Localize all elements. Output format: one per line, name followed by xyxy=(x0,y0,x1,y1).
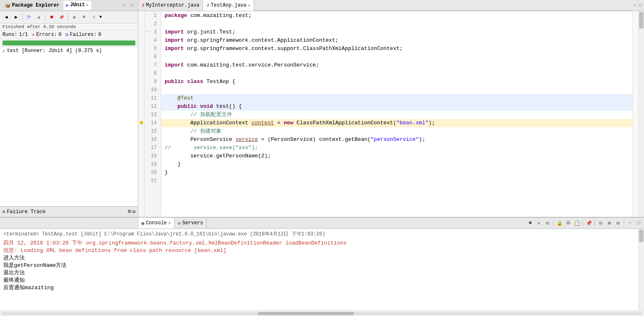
scrollbar-thumb[interactable] xyxy=(639,12,644,29)
ln-7: 7 xyxy=(145,61,159,69)
java-file-icon-1: J xyxy=(142,3,144,8)
code-line-4-rest: org.springframework.context.ApplicationC… xyxy=(184,36,338,45)
rerun-btn[interactable]: ⟳ xyxy=(24,13,33,22)
console-stop-btn[interactable]: ■ xyxy=(526,219,534,227)
failures-value: 0 xyxy=(98,32,101,38)
code-line-1-rest: com.mazaiting.test; xyxy=(187,12,252,20)
code-line-9-rest: TestAop { xyxy=(203,78,236,86)
console-clear-btn[interactable]: ⊡ xyxy=(544,219,551,227)
console-hscroll[interactable] xyxy=(0,310,644,316)
sort-btn[interactable]: ↕ xyxy=(90,13,99,22)
editor-tabs: J MyInterceptor.java J TestAop.java ✕ − … xyxy=(138,0,644,11)
code-line-11: @Test xyxy=(161,94,632,102)
editor-minimize-icon[interactable]: − xyxy=(633,3,637,8)
editor-maximize-icon[interactable]: □ xyxy=(638,3,642,8)
maximize-btn[interactable]: □ xyxy=(129,2,135,9)
console-tab-close-icon[interactable]: ✕ xyxy=(168,221,171,226)
console-scrollbar[interactable] xyxy=(638,229,644,310)
ln-21: 21 xyxy=(145,177,159,185)
errors-stat: ✕ Errors: 0 xyxy=(32,32,62,38)
tab-testaop[interactable]: J TestAop.java ✕ xyxy=(203,0,254,11)
console-close-btn[interactable]: ✕ xyxy=(535,219,543,227)
code-line-14-before: ApplicationContext xyxy=(165,119,252,127)
runs-label: Runs: xyxy=(2,32,17,38)
gutter-8 xyxy=(138,69,144,77)
code-line-5: import org.springframework.context.suppo… xyxy=(161,45,632,53)
str-personservice: "personService" xyxy=(370,135,419,144)
code-line-10 xyxy=(161,86,632,94)
console-maximize-btn[interactable]: □ xyxy=(635,219,642,227)
package-explorer-tab[interactable]: 📦 Package Explorer xyxy=(2,1,62,10)
ln-19: 19 xyxy=(145,160,159,169)
hscroll-track[interactable] xyxy=(2,312,642,315)
console-layout2-btn[interactable]: ⊞ xyxy=(606,219,613,227)
tab-testaop-close-icon[interactable]: ✕ xyxy=(248,3,250,8)
minimize-btn[interactable]: − xyxy=(121,2,127,9)
failure-trace-filter-icon[interactable]: ⊟ xyxy=(132,209,135,214)
stop-btn[interactable]: ■ xyxy=(47,13,56,22)
gutter-3 xyxy=(138,28,144,36)
layout-btn[interactable]: ≡ xyxy=(80,13,89,22)
code-line-14: ApplicationContext context = new ClassPa… xyxy=(161,119,632,127)
history-dropdown[interactable]: ▼ xyxy=(99,15,102,19)
console-pin-btn[interactable]: 📌 xyxy=(585,219,592,227)
console-paste-btn[interactable]: 📋 xyxy=(573,219,580,227)
bottom-tabs: ▣ Console ✕ ⚙ Servers ■ ✕ ⊡ 🔒 ⧉ 📋 📌 xyxy=(0,218,644,229)
failure-trace-controls: ⧉ ⊟ xyxy=(128,209,135,214)
failures-label: Failures: xyxy=(70,32,97,38)
console-output-wrapper: <terminated> TestAop.test [JUnit] C:\Pro… xyxy=(0,229,644,310)
code-scrollbar[interactable] xyxy=(638,11,644,217)
failure-trace-label: Failure Trace xyxy=(7,209,46,215)
filter-btn[interactable]: ⊘ xyxy=(70,13,79,22)
code-line-3: import org.junit.Test; xyxy=(161,28,632,36)
console-tab-label: Console xyxy=(146,220,167,226)
progress-bar xyxy=(2,40,135,45)
code-line-8 xyxy=(161,69,632,78)
ln-15: 15 xyxy=(145,127,159,135)
console-line-2: 信息: Loading XML bean definitions from cl… xyxy=(3,247,635,254)
kw-import-4: import xyxy=(165,61,184,69)
left-panel: 📦 Package Explorer ▶ JUnit ✕ − □ xyxy=(0,0,138,217)
code-line-15: // 创建对象 xyxy=(161,127,632,135)
kw-import-1: import xyxy=(165,28,184,36)
forward-btn[interactable]: ▶ xyxy=(12,13,21,22)
test-item[interactable]: ✔ test [Runner: JUnit 4] (0.375 s) xyxy=(0,47,138,55)
ln-16: 16 xyxy=(145,135,159,144)
console-copy-btn[interactable]: ⧉ xyxy=(564,219,572,227)
errors-value: 0 xyxy=(59,32,61,38)
hscroll-thumb[interactable] xyxy=(258,312,354,315)
pin-btn[interactable]: 📌 xyxy=(57,13,66,22)
code-content[interactable]: package com.mazaiting.test; import org.j… xyxy=(161,11,632,217)
stats-row: Runs: 1/1 ✕ Errors: 0 ⊡ Failures: 0 xyxy=(0,31,138,39)
right-panel: J MyInterceptor.java J TestAop.java ✕ − … xyxy=(138,0,644,217)
code-line-3-rest: org.junit.Test; xyxy=(184,28,236,36)
console-terminated-text: <terminated> TestAop.test [JUnit] C:\Pro… xyxy=(3,230,635,238)
console-area[interactable]: <terminated> TestAop.test [JUnit] C:\Pro… xyxy=(0,229,638,310)
ln-14: 14 xyxy=(145,119,159,127)
bottom-tab-spacer xyxy=(207,218,525,228)
gutter-6 xyxy=(138,52,144,61)
code-line-2 xyxy=(161,20,632,28)
console-layout3-btn[interactable]: ⊟ xyxy=(614,219,622,227)
failure-trace-copy-icon[interactable]: ⧉ xyxy=(128,209,131,214)
code-line-21 xyxy=(161,177,632,185)
ctrl-sep-4 xyxy=(624,220,624,226)
junit-close-icon[interactable]: ✕ xyxy=(86,2,89,7)
tab-myinterceptor[interactable]: J MyInterceptor.java xyxy=(138,0,203,11)
console-scrollbar-thumb[interactable] xyxy=(639,230,644,242)
servers-tab[interactable]: ⚙ Servers xyxy=(175,218,207,228)
junit-tab[interactable]: ▶ JUnit ✕ xyxy=(64,1,91,10)
code-line-16-before: PersonService xyxy=(165,135,236,144)
comment-str-17: "xxx" xyxy=(236,144,252,152)
console-minimize-btn[interactable]: − xyxy=(626,219,634,227)
back-btn[interactable]: ◀ xyxy=(2,13,11,22)
console-scroll-lock-btn[interactable]: 🔒 xyxy=(556,219,563,227)
rerun-failed-btn[interactable]: ↺ xyxy=(34,13,43,22)
console-tab[interactable]: ▣ Console ✕ xyxy=(138,218,175,228)
package-explorer-label: Package Explorer xyxy=(12,2,59,8)
code-line-7: import com.mazaiting.test.service.Person… xyxy=(161,61,632,69)
console-line-1: 四月 12, 2018 1:03:26 下午 org.springframewo… xyxy=(3,239,635,247)
console-layout-btn[interactable]: ⊟ xyxy=(597,219,604,227)
code-line-20-content: } xyxy=(165,169,168,177)
ln-2: 2 xyxy=(145,20,159,28)
